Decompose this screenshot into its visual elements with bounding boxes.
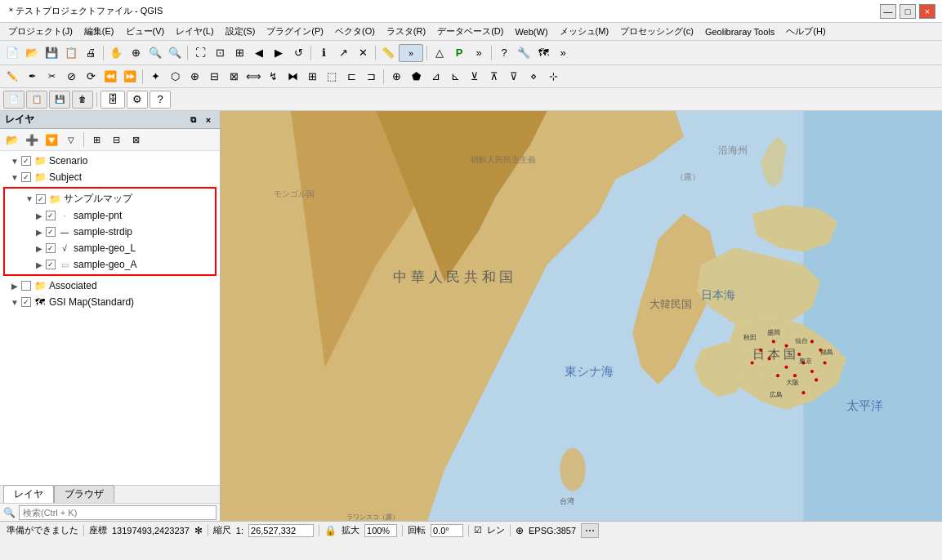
edit-button[interactable]: ✏️ (3, 68, 21, 86)
checkbox-sample-map[interactable] (36, 194, 46, 204)
extra-button[interactable]: 🔧 (515, 44, 533, 62)
dig15-button[interactable]: ⧓ (283, 68, 301, 86)
zoom-layer-button[interactable]: ⊡ (211, 44, 229, 62)
db-save-button[interactable]: 💾 (49, 91, 70, 109)
dig8-button[interactable]: ✦ (146, 68, 164, 86)
tab-browser[interactable]: ブラウザ (54, 485, 114, 503)
plugin-help[interactable]: ? (150, 91, 171, 109)
identify-button[interactable]: ℹ (315, 44, 333, 62)
dig27-button[interactable]: ⋄ (525, 68, 542, 86)
dig7-button[interactable]: ⏩ (121, 68, 139, 86)
dig24-button[interactable]: ⊻ (466, 68, 484, 86)
layer-item-subject[interactable]: ▼ 📁 Subject (0, 169, 220, 185)
layer-toolbar-filter2-btn[interactable]: ▽ (62, 131, 80, 149)
dig18-button[interactable]: ⊏ (342, 68, 360, 86)
dig19-button[interactable]: ⊐ (362, 68, 380, 86)
dig26-button[interactable]: ⊽ (505, 68, 523, 86)
menu-processing[interactable]: プロセッシング(c) (615, 24, 699, 39)
rotate-input[interactable] (431, 524, 463, 537)
dig23-button[interactable]: ⊾ (446, 68, 464, 86)
checkbox-subject[interactable] (21, 172, 31, 182)
layer-toolbar-collapse-btn[interactable]: ⊟ (107, 131, 125, 149)
dig9-button[interactable]: ⬡ (166, 68, 184, 86)
layer-item-scenario[interactable]: ▼ 📁 Scenario (0, 153, 220, 169)
menu-database[interactable]: データベース(D) (432, 24, 508, 39)
dig22-button[interactable]: ⊿ (426, 68, 444, 86)
checkbox-sample-geo_L[interactable] (46, 243, 56, 253)
layer-item-sample-geo_L[interactable]: ▶ √ sample-geo_L (5, 240, 215, 256)
layer-item-sample-geo_A[interactable]: ▶ ▭ sample-geo_A (5, 256, 215, 273)
layer-toolbar-add-btn[interactable]: ➕ (23, 131, 41, 149)
layer-toolbar-expand-btn[interactable]: ⊞ (87, 131, 105, 149)
dig6-button[interactable]: ⏪ (101, 68, 119, 86)
dig16-button[interactable]: ⊞ (303, 68, 321, 86)
checkbox-gsi-map[interactable] (21, 297, 31, 307)
layer-item-gsi-map[interactable]: ▼ 🗺 GSI Map(Standard) (0, 294, 220, 310)
checkbox-sample-pnt[interactable] (46, 211, 56, 220)
dig25-button[interactable]: ⊼ (485, 68, 503, 86)
dig11-button[interactable]: ⊟ (205, 68, 223, 86)
menu-geolibraray[interactable]: Geolibraray Tools (700, 25, 779, 38)
dig5-button[interactable]: ⟳ (82, 68, 100, 86)
messages-button[interactable]: ⋯ (581, 523, 599, 538)
menu-view[interactable]: ビュー(V) (121, 24, 170, 39)
db-delete-button[interactable]: 🗑 (72, 91, 93, 109)
panel-float-button[interactable]: ⧉ (186, 113, 199, 127)
edit3-button[interactable]: ✂ (42, 68, 60, 86)
menu-edit[interactable]: 編集(E) (79, 24, 119, 39)
layer-item-sample-pnt[interactable]: ▶ · sample-pnt (5, 207, 215, 224)
scale-input[interactable] (248, 524, 314, 537)
search-input[interactable] (19, 505, 217, 520)
zoom-selection-button[interactable]: ⊞ (230, 44, 248, 62)
tab-layer[interactable]: レイヤ (3, 485, 54, 503)
checkbox-associated[interactable] (21, 281, 31, 291)
zoom-prev-button[interactable]: ◀ (250, 44, 268, 62)
layer-item-associated[interactable]: ▶ 📁 Associated (0, 278, 220, 294)
zoom-full-button[interactable]: ⛶ (191, 44, 209, 62)
open-project-button[interactable]: 📂 (23, 44, 41, 62)
save-as-button[interactable]: 📋 (62, 44, 80, 62)
layer-toolbar-filter-btn[interactable]: 🔽 (42, 131, 60, 149)
measure-button[interactable]: 📏 (379, 44, 397, 62)
minimize-button[interactable]: ― (880, 4, 896, 19)
pan-tool-button[interactable]: ✋ (107, 44, 125, 62)
refresh-button[interactable]: ↺ (289, 44, 307, 62)
menu-vector[interactable]: ベクタ(O) (330, 24, 380, 39)
close-button[interactable]: × (919, 4, 935, 19)
dig10-button[interactable]: ⊕ (185, 68, 203, 86)
checkbox-sample-strdip[interactable] (46, 227, 56, 237)
expand-input[interactable] (364, 524, 397, 537)
plugin-settings[interactable]: ⚙ (127, 91, 148, 109)
deselect-button[interactable]: ✕ (354, 44, 372, 62)
layer-toolbar-remove-btn[interactable]: ⊠ (127, 131, 145, 149)
triangle-button[interactable]: △ (431, 44, 449, 62)
menu-settings[interactable]: 設定(S) (221, 24, 261, 39)
menu-mesh[interactable]: メッシュ(M) (555, 24, 614, 39)
db-new-button[interactable]: 📄 (3, 91, 25, 109)
menu-raster[interactable]: ラスタ(R) (382, 24, 431, 39)
checkbox-scenario[interactable] (21, 156, 31, 166)
menu-layer[interactable]: レイヤ(L) (171, 24, 218, 39)
dig17-button[interactable]: ⬚ (323, 68, 341, 86)
layer-item-sample-strdip[interactable]: ▶ — sample-strdip (5, 224, 215, 240)
zoom-in-button[interactable]: 🔍 (146, 44, 164, 62)
dig28-button[interactable]: ⊹ (544, 68, 562, 86)
layer-toolbar-open-btn[interactable]: 📂 (3, 131, 21, 149)
extra-more[interactable]: » (554, 44, 572, 62)
menu-project[interactable]: プロジェクト(J) (3, 24, 78, 39)
plugin-db[interactable]: 🗄 (100, 91, 125, 109)
maximize-button[interactable]: □ (900, 4, 916, 19)
select-button[interactable]: ↗ (334, 44, 352, 62)
db-open-button[interactable]: 📋 (26, 91, 47, 109)
save-project-button[interactable]: 💾 (42, 44, 60, 62)
help-button[interactable]: ? (495, 44, 513, 62)
layer-item-sample-map[interactable]: ▼ 📁 サンプルマップ (5, 190, 215, 207)
menu-plugins[interactable]: プラグイン(P) (261, 24, 328, 39)
python-button[interactable]: P (450, 44, 468, 62)
menu-help[interactable]: ヘルプ(H) (781, 24, 830, 39)
print-button[interactable]: 🖨 (82, 44, 100, 62)
dig13-button[interactable]: ⟺ (244, 68, 262, 86)
dig21-button[interactable]: ⬟ (407, 68, 425, 86)
map-area[interactable]: 東シナ海 日本海 太平洋 中 華 人 民 共 和 国 日 本 国 大韓民国 モン… (221, 111, 942, 521)
extra-button2[interactable]: 🗺 (534, 44, 552, 62)
